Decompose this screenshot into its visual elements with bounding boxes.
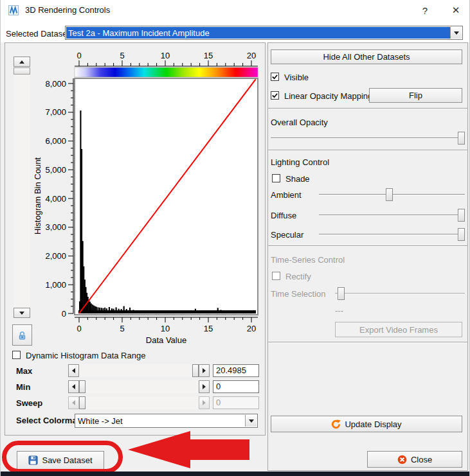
svg-text:15: 15	[204, 324, 213, 333]
close-button[interactable]: Close	[367, 451, 462, 468]
diffuse-label: Diffuse	[271, 211, 296, 220]
time-series-control-title: Time-Series Control	[271, 255, 345, 265]
vertical-scrollbar-thumb[interactable]	[14, 67, 30, 75]
svg-text:Data Value: Data Value	[146, 335, 186, 345]
svg-text:20: 20	[247, 324, 256, 333]
min-slider-track[interactable]	[79, 380, 199, 393]
slider-groove[interactable]	[271, 137, 465, 139]
annotation-arrow-body	[189, 439, 249, 460]
export-video-frames-button: Export Video Frames	[335, 322, 462, 337]
annotation-arrow-icon	[128, 431, 190, 468]
arrow-left-icon	[72, 384, 75, 389]
arrow-right-icon	[203, 368, 206, 373]
dialog-3d-rendering-controls: 3D Rendering Controls ? ✕ Selected Datas…	[0, 0, 470, 476]
lighting-control-title: Lighting Control	[271, 157, 329, 167]
update-display-button[interactable]: Update Display	[271, 416, 462, 432]
close-circle-icon	[397, 455, 407, 464]
export-video-frames-label: Export Video Frames	[359, 325, 438, 335]
sweep-slider-thumb	[79, 396, 86, 409]
time-selection-slider	[335, 286, 465, 301]
arrow-right-icon	[203, 384, 206, 389]
flip-button[interactable]: Flip	[369, 88, 462, 103]
svg-text:10: 10	[161, 51, 170, 60]
min-label: Min	[16, 382, 30, 392]
svg-text:8,000: 8,000	[45, 79, 66, 89]
diffuse-slider[interactable]	[319, 208, 465, 222]
help-button[interactable]: ?	[417, 3, 433, 18]
visible-label: Visible	[284, 73, 309, 82]
chevron-down-icon	[454, 31, 459, 35]
min-value-input[interactable]: 0	[213, 380, 259, 393]
visible-checkbox[interactable]	[271, 73, 279, 81]
colormap-combobox-arrow[interactable]	[245, 415, 257, 427]
flip-label: Flip	[409, 91, 422, 100]
min-slider-left-button[interactable]	[68, 380, 79, 393]
slider-groove[interactable]	[319, 215, 465, 216]
ambient-slider[interactable]	[319, 188, 465, 202]
window-bottom-edge	[1, 472, 470, 476]
dynamic-histogram-range-checkbox[interactable]	[12, 351, 21, 359]
close-label: Close	[411, 455, 432, 464]
separator	[268, 108, 467, 109]
sweep-label: Sweep	[16, 398, 42, 408]
window-close-button[interactable]: ✕	[448, 3, 464, 18]
linear-opacity-mapping-label: Linear Opacity Mapping	[284, 91, 372, 101]
min-slider[interactable]	[68, 380, 210, 393]
separator	[268, 342, 467, 343]
max-slider-track[interactable]	[79, 364, 199, 377]
max-slider-right-button[interactable]	[199, 364, 210, 377]
scroll-down-button[interactable]	[14, 308, 30, 318]
svg-text:Histogram Bin Count: Histogram Bin Count	[33, 157, 42, 234]
overall-opacity-thumb[interactable]	[458, 132, 465, 145]
svg-text:0: 0	[77, 51, 81, 60]
chevron-down-icon	[249, 419, 254, 423]
max-slider[interactable]	[68, 364, 210, 377]
svg-text:7,000: 7,000	[45, 107, 66, 117]
select-colormap-label: Select Colormap	[16, 416, 82, 425]
shade-checkbox[interactable]	[272, 174, 280, 182]
colormap-combobox[interactable]: White -> Jet	[75, 414, 258, 428]
sweep-slider-left-button	[68, 396, 79, 409]
specular-slider[interactable]	[319, 227, 465, 242]
dynamic-histogram-range-label: Dynamic Histogram Data Range	[26, 351, 145, 360]
linear-opacity-mapping-checkbox[interactable]	[271, 91, 279, 100]
specular-thumb[interactable]	[458, 228, 465, 241]
svg-text:15: 15	[204, 51, 213, 60]
lock-button[interactable]	[12, 324, 32, 346]
arrow-right-icon	[203, 400, 206, 405]
scroll-up-button[interactable]	[14, 57, 30, 67]
hide-all-other-datasets-button[interactable]: Hide All Other Datasets	[271, 49, 462, 64]
svg-text:0: 0	[77, 324, 81, 333]
svg-text:1,000: 1,000	[45, 280, 66, 290]
titlebar: 3D Rendering Controls ? ✕	[1, 0, 470, 21]
rectify-label: Rectify	[285, 272, 311, 281]
rectify-checkbox	[272, 272, 280, 280]
separator	[268, 150, 467, 151]
max-value-input[interactable]: 20.4985	[213, 364, 259, 377]
histogram-vertical-scrollbar[interactable]	[14, 57, 30, 318]
min-slider-thumb[interactable]	[79, 380, 86, 393]
dataset-combobox[interactable]: Test 2a - Maximum Incident Amplitude	[65, 26, 463, 40]
svg-text:4,000: 4,000	[45, 194, 66, 204]
overall-opacity-slider[interactable]	[271, 131, 465, 145]
min-slider-right-button[interactable]	[199, 380, 210, 393]
svg-text:0: 0	[62, 309, 66, 319]
specular-label: Specular	[271, 230, 303, 240]
svg-text:3,000: 3,000	[45, 222, 66, 232]
diffuse-thumb[interactable]	[458, 209, 465, 222]
time-selection-label: Time Selection	[271, 289, 326, 299]
time-selection-value: ---	[335, 306, 343, 315]
histogram-chart[interactable]: 0510152001,0002,0003,0004,0005,0006,0007…	[33, 50, 264, 347]
ambient-thumb[interactable]	[386, 188, 393, 201]
ambient-label: Ambient	[271, 190, 302, 200]
svg-text:6,000: 6,000	[45, 136, 66, 146]
max-slider-thumb[interactable]	[192, 364, 199, 377]
slider-groove[interactable]	[319, 234, 465, 235]
svg-text:5: 5	[120, 324, 124, 333]
annotation-ellipse	[2, 441, 123, 473]
max-slider-left-button[interactable]	[68, 364, 79, 377]
colormap-combobox-value: White -> Jet	[76, 415, 246, 427]
svg-text:5,000: 5,000	[45, 165, 66, 175]
dataset-combobox-arrow[interactable]	[450, 27, 462, 39]
arrow-left-icon	[72, 400, 75, 405]
